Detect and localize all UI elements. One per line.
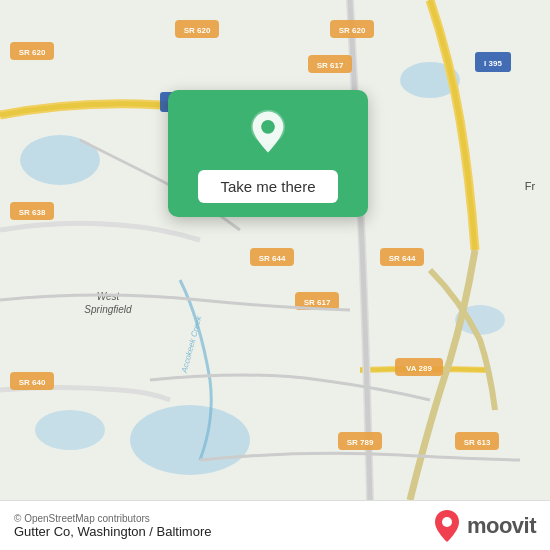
svg-point-39	[261, 120, 275, 134]
svg-point-4	[130, 405, 250, 475]
moovit-logo: moovit	[433, 508, 536, 544]
svg-point-40	[442, 517, 452, 527]
svg-text:SR 613: SR 613	[464, 438, 491, 447]
svg-text:Springfield: Springfield	[84, 304, 132, 315]
svg-text:SR 644: SR 644	[259, 254, 286, 263]
location-pin-icon	[244, 108, 292, 156]
map-area: SR 620 SR 620 SR 620 I 495 I 395 SR 617 …	[0, 0, 550, 500]
svg-text:SR 617: SR 617	[304, 298, 331, 307]
osm-credit: © OpenStreetMap contributors	[14, 513, 212, 524]
moovit-brand-text: moovit	[467, 513, 536, 539]
moovit-pin-icon	[433, 508, 461, 544]
location-popup: Take me there	[168, 90, 368, 217]
svg-text:Fr: Fr	[525, 180, 536, 192]
take-me-there-button[interactable]: Take me there	[198, 170, 337, 203]
svg-text:SR 640: SR 640	[19, 378, 46, 387]
svg-text:SR 620: SR 620	[19, 48, 46, 57]
svg-point-5	[35, 410, 105, 450]
svg-text:I 395: I 395	[484, 59, 502, 68]
svg-text:SR 789: SR 789	[347, 438, 374, 447]
svg-text:SR 620: SR 620	[184, 26, 211, 35]
svg-text:SR 638: SR 638	[19, 208, 46, 217]
location-label: Gutter Co, Washington / Baltimore	[14, 524, 212, 539]
svg-text:SR 620: SR 620	[339, 26, 366, 35]
svg-text:SR 617: SR 617	[317, 61, 344, 70]
svg-text:SR 644: SR 644	[389, 254, 416, 263]
svg-text:VA 289: VA 289	[406, 364, 432, 373]
map-svg: SR 620 SR 620 SR 620 I 495 I 395 SR 617 …	[0, 0, 550, 500]
location-info: © OpenStreetMap contributors Gutter Co, …	[14, 513, 212, 539]
bottom-bar: © OpenStreetMap contributors Gutter Co, …	[0, 500, 550, 550]
